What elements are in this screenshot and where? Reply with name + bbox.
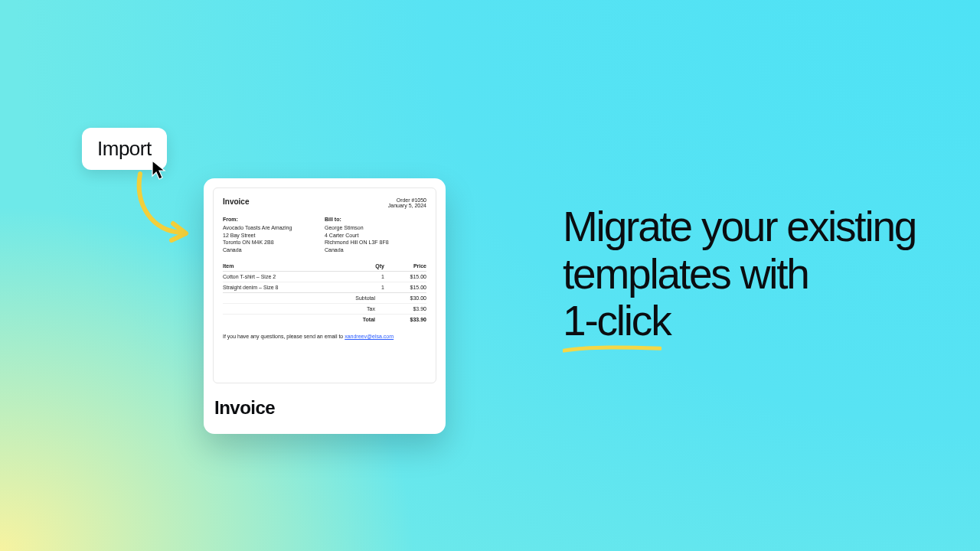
headline-line1: Migrate your existing	[563, 203, 916, 250]
headline-line2: templates with	[563, 250, 808, 298]
total-value: $33.90	[384, 317, 426, 322]
underline-accent-icon	[563, 345, 662, 353]
line-items-table: Item Qty Price Cotton T-shirt – Size 2 1…	[223, 261, 426, 293]
invoice-footer-note: If you have any questions, please send a…	[223, 334, 426, 339]
subtotal-label: Subtotal	[338, 295, 384, 301]
tax-value: $3.90	[384, 306, 426, 311]
bill-to-heading: Bill to:	[325, 216, 426, 223]
total-label: Total	[338, 317, 384, 322]
from-heading: From:	[223, 216, 325, 223]
marketing-headline: Migrate your existing templates with 1-c…	[563, 204, 946, 345]
col-qty: Qty	[354, 261, 384, 272]
invoice-template-card[interactable]: Invoice Order #1050 January 5, 2024 From…	[204, 178, 446, 434]
table-row: Straight denim – Size 8 1 $15.00	[223, 282, 426, 293]
invoice-heading: Invoice	[223, 197, 249, 206]
col-price: Price	[384, 261, 426, 272]
headline-accent: 1-click	[563, 297, 670, 344]
invoice-document-preview: Invoice Order #1050 January 5, 2024 From…	[213, 187, 436, 383]
from-address-block: From: Avocado Toasts Are Amazing 12 Bay …	[223, 216, 325, 253]
col-item: Item	[223, 261, 354, 272]
bill-to-address-block: Bill to: George Stimson 4 Carter Court R…	[325, 216, 426, 253]
support-email-link[interactable]: xandreev@elsa.com	[345, 334, 394, 339]
arrow-curve-icon	[129, 170, 194, 246]
import-button-label: Import	[97, 137, 152, 160]
table-row: Cotton T-shirt – Size 2 1 $15.00	[223, 272, 426, 282]
totals-block: Subtotal $30.00 Tax $3.90 Total $33.90	[223, 293, 426, 324]
subtotal-value: $30.00	[384, 295, 426, 301]
invoice-date: January 5, 2024	[388, 203, 426, 208]
tax-label: Tax	[338, 306, 384, 311]
template-card-caption: Invoice	[204, 383, 446, 434]
invoice-order-number: Order #1050	[388, 197, 426, 203]
